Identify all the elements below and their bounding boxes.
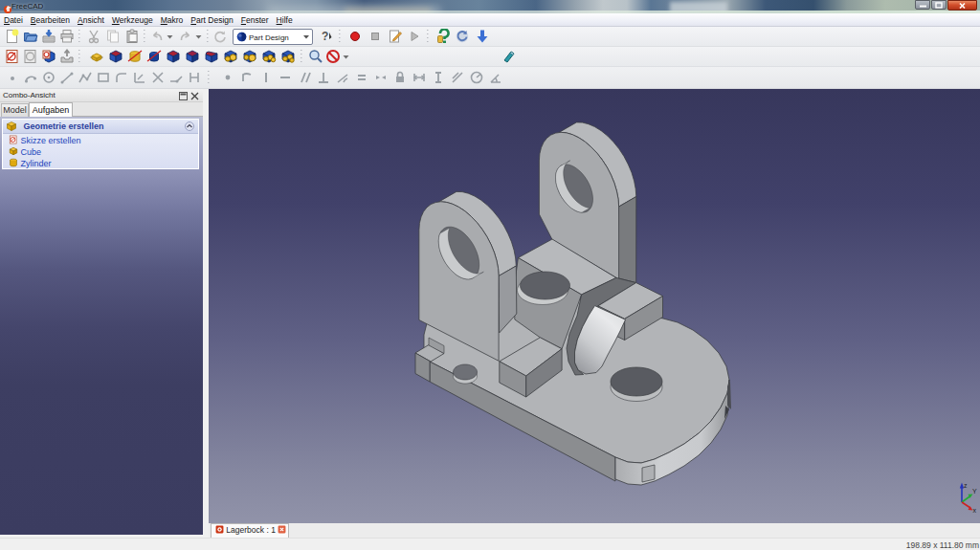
svg-text:z: z bbox=[964, 482, 968, 489]
svg-text:x: x bbox=[973, 507, 977, 514]
svg-text:?: ? bbox=[322, 30, 328, 43]
svg-text:Y: Y bbox=[972, 488, 977, 495]
